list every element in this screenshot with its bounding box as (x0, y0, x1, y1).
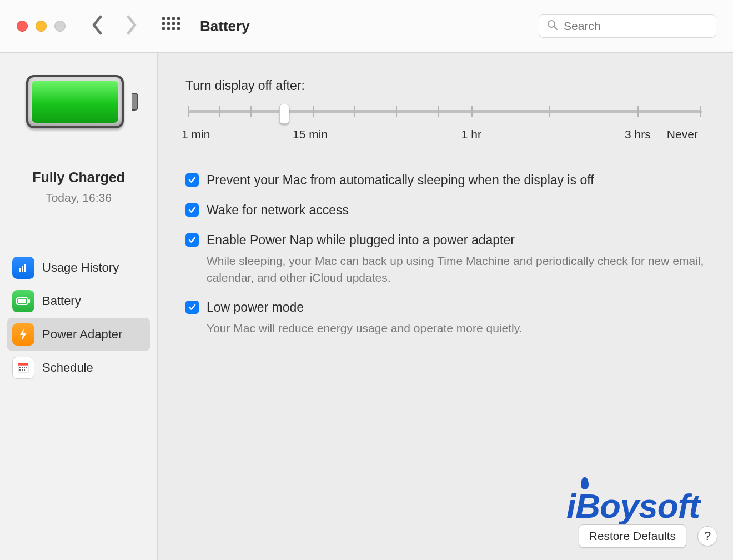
option-desc: Your Mac will reduce energy usage and op… (207, 320, 705, 337)
traffic-lights (17, 21, 66, 32)
option-prevent-sleep: Prevent your Mac from automatically slee… (185, 171, 705, 189)
battery-prefs-window: Battery Fully Charged Today, 16:36 Usage (0, 0, 733, 560)
footer: Restore Defaults ? (579, 524, 717, 548)
slider-thumb[interactable] (279, 104, 289, 124)
search-icon (547, 19, 558, 33)
option-wake-network: Wake for network access (185, 201, 705, 219)
search-input[interactable] (564, 19, 708, 33)
checkbox-low-power[interactable] (185, 301, 199, 314)
checkbox-power-nap[interactable] (185, 233, 199, 247)
titlebar: Battery (0, 0, 733, 53)
battery-status-title: Fully Charged (0, 169, 157, 186)
svg-rect-12 (24, 367, 25, 368)
svg-rect-3 (22, 266, 23, 272)
option-label: Prevent your Mac from automatically slee… (207, 171, 705, 189)
watermark-text: iBoysoft (566, 487, 700, 525)
slider-track (189, 110, 702, 113)
forward-button[interactable] (124, 15, 139, 37)
svg-rect-4 (24, 264, 26, 272)
sidebar-item-schedule[interactable]: Schedule (7, 351, 150, 384)
svg-rect-7 (28, 299, 30, 303)
option-label: Low power mode (207, 298, 705, 316)
power-adapter-icon (12, 323, 34, 346)
page-title: Battery (200, 18, 531, 35)
svg-point-0 (548, 21, 555, 27)
options-list: Prevent your Mac from automatically slee… (185, 171, 705, 337)
back-button[interactable] (90, 15, 104, 37)
display-off-slider[interactable]: 1 min 15 min 1 hr 3 hrs Never (185, 102, 705, 152)
battery-status-icon (26, 75, 132, 131)
option-label: Enable Power Nap while plugged into a po… (207, 231, 705, 249)
svg-rect-13 (26, 367, 27, 368)
svg-line-1 (554, 27, 557, 29)
usage-history-icon (12, 257, 34, 279)
svg-rect-14 (19, 369, 21, 371)
slider-label-1min: 1 min (182, 128, 210, 141)
slider-label-15min: 15 min (293, 128, 328, 141)
sidebar-item-label: Schedule (42, 361, 93, 375)
option-label: Wake for network access (207, 201, 705, 219)
schedule-icon (12, 357, 34, 379)
close-window-button[interactable] (17, 21, 28, 32)
zoom-window-button[interactable] (54, 21, 66, 32)
show-all-icon[interactable] (162, 17, 180, 35)
sidebar-item-label: Usage History (42, 261, 119, 275)
sidebar-item-battery[interactable]: Battery (7, 284, 150, 318)
checkbox-wake-network[interactable] (185, 203, 199, 217)
svg-rect-6 (18, 299, 26, 303)
sidebar-item-power-adapter[interactable]: Power Adapter (7, 318, 150, 351)
svg-rect-10 (19, 367, 21, 368)
checkbox-prevent-sleep[interactable] (185, 173, 199, 187)
sidebar-item-label: Power Adapter (42, 327, 122, 342)
search-field[interactable] (539, 14, 716, 38)
svg-rect-2 (19, 268, 21, 272)
sidebar-item-usage-history[interactable]: Usage History (7, 251, 150, 284)
svg-rect-16 (24, 369, 25, 371)
battery-icon (12, 290, 34, 312)
body: Fully Charged Today, 16:36 Usage History… (0, 53, 733, 560)
svg-rect-11 (22, 367, 23, 368)
nav-arrows (90, 15, 139, 37)
display-off-label: Turn display off after: (185, 78, 705, 93)
option-desc: While sleeping, your Mac can back up usi… (207, 253, 705, 287)
svg-rect-8 (18, 363, 28, 366)
minimize-window-button[interactable] (36, 21, 47, 32)
sidebar: Fully Charged Today, 16:36 Usage History… (0, 53, 158, 560)
restore-defaults-button[interactable]: Restore Defaults (579, 524, 686, 548)
slider-label-never: Never (667, 128, 698, 141)
sidebar-item-label: Battery (42, 294, 81, 308)
slider-label-3hrs: 3 hrs (625, 128, 651, 141)
option-power-nap: Enable Power Nap while plugged into a po… (185, 231, 705, 286)
main-panel: Turn display off after: 1 min 15 min (158, 53, 733, 560)
option-low-power: Low power mode Your Mac will reduce ener… (185, 298, 705, 337)
svg-rect-9 (18, 366, 28, 372)
slider-label-1hr: 1 hr (461, 128, 481, 141)
watermark: iBoysoft (566, 486, 700, 526)
help-button[interactable]: ? (697, 526, 717, 546)
svg-rect-15 (22, 369, 23, 371)
battery-status-time: Today, 16:36 (0, 191, 157, 204)
